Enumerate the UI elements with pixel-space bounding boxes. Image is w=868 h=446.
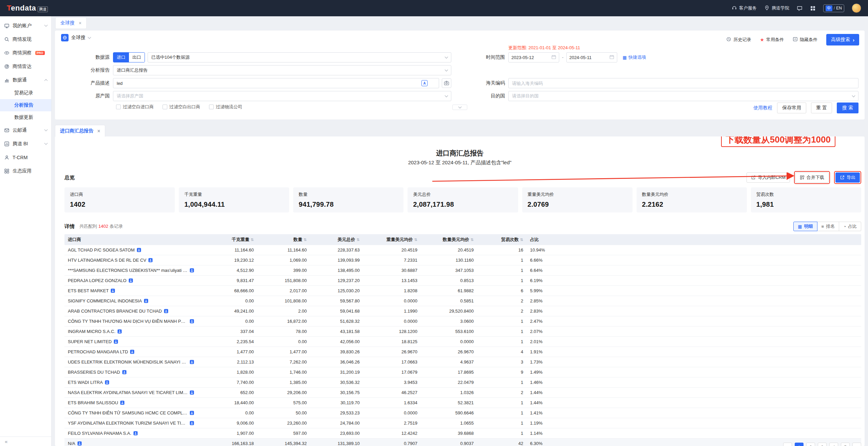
- add-to-crm-icon[interactable]: [120, 401, 125, 405]
- table-row[interactable]: NASA ELEKTRIK AYDINLATMA SANAYI VE TICAR…: [64, 388, 861, 398]
- import-crm-button[interactable]: 导入内部CRM: [747, 172, 790, 183]
- academy-link[interactable]: 腾道学院: [764, 5, 789, 12]
- page-button-3[interactable]: 3: [818, 443, 827, 446]
- table-row[interactable]: FEILO SYLVANIA PANAMA S.A.1,907.00597.00…: [64, 428, 861, 439]
- page-button-5[interactable]: 5: [841, 443, 850, 446]
- merge-download-button[interactable]: 合并下载: [795, 172, 829, 183]
- translate-icon[interactable]: A: [421, 80, 428, 86]
- sidebar-subitem-4-0[interactable]: 贸易记录: [0, 87, 51, 99]
- save-favorite-button[interactable]: 保存常用: [777, 103, 806, 113]
- language-toggle[interactable]: 中 / EN: [823, 4, 844, 12]
- advanced-search-button[interactable]: 高级搜索 ›: [826, 34, 859, 45]
- sort-icon[interactable]: ⇅: [520, 238, 523, 242]
- table-row[interactable]: PETROCHAD MANGARA LTD1,477.001,477.0039,…: [64, 347, 861, 357]
- table-row[interactable]: ETS WADI LITRA7,740.001,385.0030,536.323…: [64, 377, 861, 388]
- sidebar-item-0[interactable]: 我的账户: [0, 19, 51, 33]
- table-row[interactable]: CÔNG TY TNHH THƯƠNG MAI DỊCH VỤ ĐIÊN MAN…: [64, 316, 861, 327]
- add-to-crm-icon[interactable]: [190, 319, 194, 323]
- feedback-chat-icon[interactable]: [797, 5, 803, 11]
- report-type-select[interactable]: 进口商汇总报告: [113, 65, 451, 75]
- tab-global-search[interactable]: 全球搜 ×: [56, 18, 86, 29]
- close-icon[interactable]: ×: [79, 20, 81, 26]
- sidebar-subitem-4-1[interactable]: 分析报告: [0, 99, 51, 111]
- add-to-crm-icon[interactable]: [190, 421, 194, 425]
- destination-country-select[interactable]: 请选择目的国: [508, 91, 858, 101]
- add-to-crm-icon[interactable]: [190, 390, 194, 395]
- add-to-crm-icon[interactable]: [164, 309, 168, 313]
- hide-conditions-button[interactable]: 隐藏条件: [793, 37, 817, 43]
- table-row[interactable]: SIGNIFY COMMERCIAL INDONESIA0.00101,808.…: [64, 296, 861, 306]
- table-row[interactable]: SUPER NET LIMITED2,235.540.0042,056.0018…: [64, 337, 861, 347]
- column-header-5[interactable]: 数量美元均价⇅: [421, 234, 477, 245]
- sidebar-item-1[interactable]: 商情发现: [0, 33, 51, 46]
- sort-icon[interactable]: ⇅: [357, 238, 360, 242]
- filter-checkbox-2[interactable]: 过滤物流公司: [209, 104, 242, 110]
- view-tab-share-view[interactable]: ◔占比: [839, 222, 861, 231]
- add-to-crm-icon[interactable]: [148, 258, 153, 262]
- column-header-3[interactable]: 美元总价⇅: [310, 234, 363, 245]
- date-to-input[interactable]: 2024-05-11: [566, 52, 617, 62]
- favorites-button[interactable]: ★ 常用条件: [760, 37, 784, 43]
- table-row[interactable]: YSF AYDINLATMA ELEKTRONIK TURIZM SANAYI …: [64, 418, 861, 428]
- view-tab-grid-view[interactable]: ▦明细: [793, 222, 817, 231]
- sort-icon[interactable]: ⇅: [251, 238, 254, 242]
- sidebar-subitem-4-2[interactable]: 数据更新: [0, 111, 51, 124]
- column-header-1[interactable]: 千克重量⇅: [197, 234, 257, 245]
- view-tab-rank-view[interactable]: ≡排名: [817, 222, 839, 231]
- tab-importer-report[interactable]: 进口商汇总报告 ×: [55, 125, 105, 137]
- add-to-crm-icon[interactable]: [105, 380, 109, 385]
- add-to-crm-icon[interactable]: [77, 441, 82, 446]
- close-icon[interactable]: ×: [97, 128, 100, 134]
- table-row[interactable]: ***SAMSUNG ELECTRONICS UZBEKISTAN** mas'…: [64, 265, 861, 276]
- prev-page-button[interactable]: ‹: [783, 443, 792, 446]
- sidebar-item-2[interactable]: 商情洞察PRO: [0, 46, 51, 60]
- hs-code-input[interactable]: [508, 78, 858, 88]
- sidebar-item-5[interactable]: 云邮通: [0, 124, 51, 137]
- tutorial-link[interactable]: 使用教程: [753, 105, 772, 111]
- page-button-1[interactable]: 1: [795, 443, 804, 446]
- page-button-4[interactable]: 4: [829, 443, 838, 446]
- table-row[interactable]: BRASSERIES DU TCHAD1,828.001,746.0031,20…: [64, 367, 861, 377]
- filter-checkbox-1[interactable]: 过滤空白出口商: [163, 104, 200, 110]
- add-to-crm-icon[interactable]: [190, 411, 194, 415]
- sidebar-collapse-button[interactable]: «: [0, 436, 51, 446]
- logo[interactable]: Tendata 腾道: [7, 4, 48, 13]
- sidebar-item-4[interactable]: 数据通: [0, 73, 51, 87]
- sidebar-item-8[interactable]: 生态应用: [0, 164, 51, 178]
- page-button-2[interactable]: 2: [806, 443, 815, 446]
- add-to-crm-icon[interactable]: [114, 339, 118, 344]
- export-button[interactable]: 导出: [835, 172, 860, 183]
- table-row[interactable]: HTV LATINOAMERICA S DE RL DE CV19,230.12…: [64, 255, 861, 265]
- image-search-icon[interactable]: [442, 78, 451, 88]
- data-source-select[interactable]: 已选中104个数据源: [148, 52, 451, 62]
- add-to-crm-icon[interactable]: [122, 370, 127, 374]
- sort-icon[interactable]: ⇅: [471, 238, 474, 242]
- add-to-crm-icon[interactable]: [117, 329, 122, 334]
- customer-service-link[interactable]: 客户服务: [732, 5, 757, 12]
- export-toggle[interactable]: 出口: [129, 53, 145, 62]
- table-row[interactable]: PEDRAJA LOPEZ GONZALO9,831.47151,808.001…: [64, 276, 861, 286]
- checkbox-icon[interactable]: [163, 105, 167, 109]
- origin-country-select[interactable]: 请选择原产国: [113, 91, 451, 101]
- add-to-crm-icon[interactable]: [190, 360, 194, 364]
- next-page-button[interactable]: ›: [852, 443, 861, 446]
- add-to-crm-icon[interactable]: [129, 278, 133, 283]
- reset-button[interactable]: 重 置: [811, 103, 832, 113]
- product-description-input[interactable]: [113, 78, 439, 88]
- date-from-input[interactable]: 2023-05-12: [508, 52, 559, 62]
- table-row[interactable]: N/A166,163.18145,394.32131,389.100.79070…: [64, 439, 861, 446]
- checkbox-icon[interactable]: [209, 105, 214, 109]
- history-button[interactable]: 历史记录: [726, 37, 751, 43]
- column-header-4[interactable]: 重量美元均价⇅: [363, 234, 421, 245]
- add-to-crm-icon[interactable]: [111, 289, 115, 293]
- table-row[interactable]: UDES ELEKTRIK ELEKTRONIK MÜHENDISLIK SAN…: [64, 357, 861, 367]
- import-toggle[interactable]: 进口: [113, 53, 129, 62]
- add-to-crm-icon[interactable]: [137, 248, 141, 252]
- filter-checkbox-0[interactable]: 过滤空白进口商: [116, 104, 154, 110]
- search-button[interactable]: 搜 索: [837, 103, 858, 113]
- add-to-crm-icon[interactable]: [133, 431, 138, 435]
- apps-grid-icon[interactable]: [810, 5, 816, 11]
- sidebar-item-7[interactable]: T-CRM: [0, 151, 51, 164]
- sort-icon[interactable]: ⇅: [414, 238, 417, 242]
- table-row[interactable]: ETS BEST MARKET68,666.002,017.00125,030.…: [64, 286, 861, 296]
